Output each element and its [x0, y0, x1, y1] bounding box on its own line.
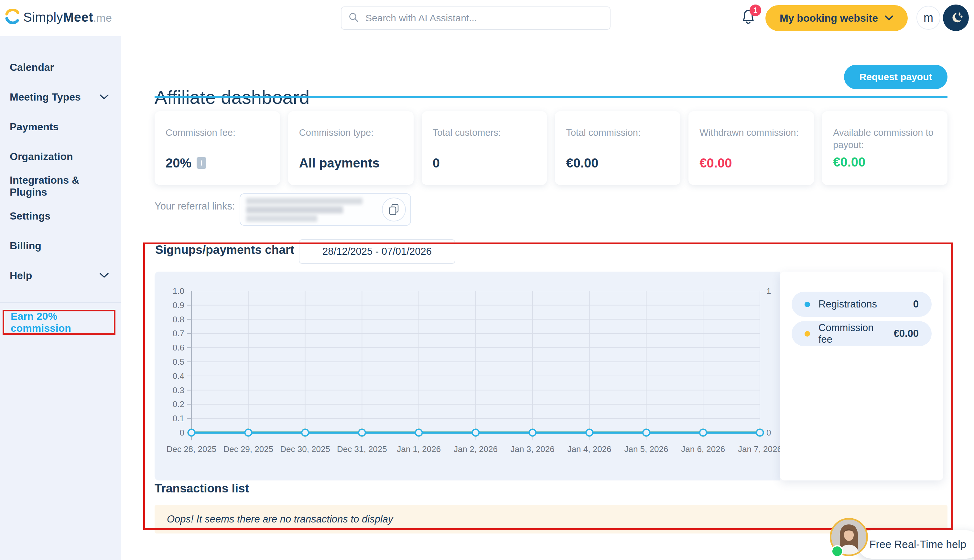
svg-text:0.9: 0.9 — [173, 300, 184, 310]
svg-text:0: 0 — [766, 428, 771, 437]
search-icon — [348, 12, 360, 25]
chevron-down-icon — [99, 273, 109, 278]
svg-text:0.2: 0.2 — [173, 399, 184, 409]
user-avatar[interactable]: m — [916, 6, 941, 30]
stat-card-total-commission: Total commission: €0.00 — [555, 111, 680, 185]
chat-help-pill[interactable]: Free Real-Time help — [857, 530, 974, 559]
simplymeet-logo-icon — [5, 9, 20, 25]
online-status-dot — [831, 545, 843, 557]
sidebar-item-calendar[interactable]: Calendar — [0, 52, 121, 82]
request-payout-button[interactable]: Request payout — [844, 65, 947, 89]
ai-search-bar[interactable] — [341, 7, 610, 30]
sidebar-item-help[interactable]: Help — [0, 261, 121, 290]
sidebar-item-organization[interactable]: Organization — [0, 142, 121, 172]
svg-text:0.7: 0.7 — [173, 328, 184, 338]
search-input[interactable] — [365, 13, 604, 23]
main-content: Affiliate dashboard Request payout Commi… — [121, 36, 974, 560]
transactions-empty-state: Oops! It seems there are no transactions… — [155, 505, 947, 533]
redacted-referral-link — [246, 198, 369, 222]
svg-text:Dec 28, 2025: Dec 28, 2025 — [167, 444, 217, 454]
svg-text:Dec 31, 2025: Dec 31, 2025 — [337, 444, 387, 454]
notifications-button[interactable]: 1 — [740, 8, 762, 30]
referral-link-box[interactable] — [240, 193, 411, 226]
commission-fee-dot — [805, 331, 810, 337]
dark-mode-toggle[interactable] — [943, 5, 969, 31]
referral-links-label: Your referral links: — [155, 200, 235, 212]
title-divider — [155, 97, 947, 98]
stat-card-available-commission: Available commission to payout: €0.00 — [822, 111, 947, 185]
svg-text:0.5: 0.5 — [173, 357, 184, 367]
sidebar-item-billing[interactable]: Billing — [0, 231, 121, 261]
chart-plot-area: 00.10.20.30.40.50.60.70.80.91.0Dec 28, 2… — [155, 272, 780, 480]
chevron-down-icon — [884, 15, 894, 21]
registrations-dot — [805, 302, 810, 307]
sidebar-item-payments[interactable]: Payments — [0, 112, 121, 142]
svg-text:Jan 6, 2026: Jan 6, 2026 — [681, 444, 725, 454]
copy-link-button[interactable] — [382, 198, 406, 222]
affiliate-dashboard-page: { "header": { "logo_simply": "Simply", "… — [0, 0, 974, 560]
my-booking-website-button[interactable]: My booking website — [766, 5, 908, 31]
svg-text:Jan 5, 2026: Jan 5, 2026 — [624, 444, 668, 454]
app-header: SimplyMeet.me 1 My booking website m — [0, 0, 974, 36]
legend-item-registrations[interactable]: Registrations 0 — [792, 292, 932, 317]
earn-commission-link[interactable]: Earn 20% commission — [11, 310, 114, 334]
copy-icon — [388, 203, 400, 216]
svg-text:Jan 1, 2026: Jan 1, 2026 — [397, 444, 441, 454]
svg-text:Dec 30, 2025: Dec 30, 2025 — [280, 444, 330, 454]
transactions-list-title: Transactions list — [155, 482, 249, 495]
svg-text:Dec 29, 2025: Dec 29, 2025 — [223, 444, 273, 454]
chart-legend-panel: Registrations 0 Commission fee €0.00 — [780, 272, 943, 480]
svg-text:1: 1 — [766, 286, 771, 296]
logo-text: SimplyMeet.me — [23, 10, 112, 25]
signups-payments-chart-card: 00.10.20.30.40.50.60.70.80.91.0Dec 28, 2… — [155, 272, 947, 480]
svg-text:0.6: 0.6 — [173, 343, 184, 352]
info-icon[interactable]: i — [197, 157, 206, 169]
sidebar-nav: Calendar Meeting Types Payments Organiza… — [0, 36, 121, 290]
svg-text:1.0: 1.0 — [173, 286, 184, 296]
date-range-picker[interactable]: 28/12/2025 - 07/01/2026 — [299, 239, 455, 264]
svg-text:Jan 2, 2026: Jan 2, 2026 — [454, 444, 498, 454]
stat-card-commission-type: Commission type: All payments — [288, 111, 414, 185]
svg-text:0.1: 0.1 — [173, 413, 184, 423]
svg-text:0: 0 — [180, 428, 184, 437]
svg-text:Jan 3, 2026: Jan 3, 2026 — [510, 444, 555, 454]
earn-commission-annotation-box: Earn 20% commission — [3, 310, 115, 335]
svg-text:0.4: 0.4 — [173, 371, 184, 381]
svg-text:0.8: 0.8 — [173, 315, 184, 324]
transactions-empty-message: Oops! It seems there are no transactions… — [167, 513, 393, 525]
svg-text:Jan 4, 2026: Jan 4, 2026 — [567, 444, 612, 454]
stats-cards-row: Commission fee: 20% i Commission type: A… — [155, 111, 947, 185]
chart-section-title: Signups/payments chart — [155, 243, 294, 257]
stat-card-commission-fee: Commission fee: 20% i — [155, 111, 280, 185]
chat-help-label: Free Real-Time help — [869, 538, 966, 551]
legend-item-commission-fee[interactable]: Commission fee €0.00 — [792, 321, 932, 346]
sidebar-item-meeting-types[interactable]: Meeting Types — [0, 82, 121, 112]
sidebar-item-settings[interactable]: Settings — [0, 201, 121, 231]
sidebar-divider — [0, 302, 121, 303]
notification-badge: 1 — [750, 5, 761, 16]
sidebar-item-integrations-plugins[interactable]: Integrations & Plugins — [0, 172, 121, 201]
chevron-down-icon — [99, 94, 109, 100]
svg-text:Jan 7, 2026: Jan 7, 2026 — [738, 444, 782, 454]
stat-card-total-customers: Total customers: 0 — [422, 111, 547, 185]
svg-text:0.3: 0.3 — [173, 385, 184, 395]
signups-payments-chart: 00.10.20.30.40.50.60.70.80.91.0Dec 28, 2… — [155, 272, 780, 480]
sidebar: Calendar Meeting Types Payments Organiza… — [0, 36, 121, 560]
stat-card-withdrawn-commission: Withdrawn commission: €0.00 — [689, 111, 814, 185]
moon-icon — [949, 10, 963, 25]
simplymeet-logo[interactable]: SimplyMeet.me — [5, 9, 112, 25]
